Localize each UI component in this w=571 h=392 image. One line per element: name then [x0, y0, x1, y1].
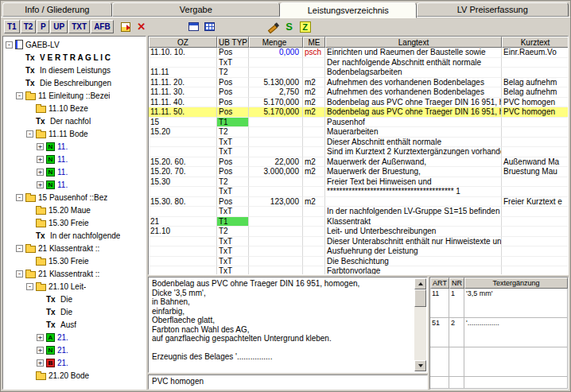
table-row[interactable]: TxTDie Beschichtung	[149, 257, 568, 267]
tree-item[interactable]: TxAusf	[3, 318, 146, 331]
tree-expander[interactable]: -	[16, 194, 23, 201]
table-row[interactable]: 15.20. 70.Pos3.000,000m2Mauerwerk der Br…	[149, 167, 568, 177]
scroll-down-button[interactable]	[414, 360, 426, 371]
tree-item[interactable]: TxDer nachfol	[3, 114, 146, 127]
delete-button[interactable]: ✕	[134, 20, 150, 34]
cell-nr[interactable]	[449, 347, 464, 377]
tree-item[interactable]: -11.11 Bode	[3, 127, 146, 140]
tree-item[interactable]: -21 Klassentrakt ::	[3, 267, 146, 280]
tree-expander[interactable]: -	[16, 245, 23, 252]
column-header-lang[interactable]: Langtext	[325, 37, 502, 48]
tree-item[interactable]: TxIn diesem Leistungs	[3, 64, 146, 76]
paintbrush-button[interactable]	[266, 20, 282, 34]
table-row[interactable]: TxTAusfuehrung der Leistung	[149, 246, 568, 257]
tree-item[interactable]: +B21.	[3, 356, 146, 369]
table-row[interactable]: TxTDer nachfolgende Abschnitt enthält no…	[149, 58, 568, 68]
tab-lv-preiserfassung[interactable]: LV Preiserfassung	[417, 2, 569, 17]
column-header-me[interactable]: ME	[303, 37, 325, 48]
table-row[interactable]: 15.30T2Freier Text bei Hinweisen und	[149, 177, 568, 188]
tree-item[interactable]: 15.30 Freie	[3, 216, 146, 229]
tree-expander[interactable]: -	[16, 92, 23, 99]
tree-expander[interactable]: +	[37, 359, 44, 367]
calculator-button[interactable]	[202, 20, 218, 34]
table-row[interactable]: 21.10T2Leit- und Unterbeschreibungen	[149, 227, 568, 237]
tree-item[interactable]: 21.20 Bode	[3, 369, 146, 382]
tab-leistungsverzeichnis[interactable]: Leistungsverzeichnis	[280, 2, 417, 18]
column-header-kurz[interactable]: Kurztext	[502, 37, 568, 48]
scroll-up-button[interactable]	[414, 278, 426, 289]
table-row[interactable]: 15T1Pausenhof	[149, 118, 568, 128]
tree-expander[interactable]: -	[6, 41, 13, 49]
kurztext-field[interactable]: PVC homogen	[148, 375, 428, 390]
ergaenzung-row[interactable]	[430, 347, 568, 377]
table-row[interactable]: 11.11. 20.Pos5.130,000m2Aufnehmen des vo…	[149, 78, 568, 88]
table-row[interactable]: TxTSind im Kurztext 2 Kurztextergänzunge…	[149, 147, 568, 157]
table-row[interactable]: TxT*************************************…	[149, 187, 568, 197]
cell-art[interactable]: 11	[430, 289, 449, 318]
window-button[interactable]	[186, 20, 202, 34]
z-button[interactable]: Z	[297, 20, 313, 34]
tree-item[interactable]: -21.10 Leit-	[3, 280, 146, 293]
tree-expander[interactable]: +	[37, 334, 44, 341]
detail-scrollbar[interactable]	[414, 278, 426, 371]
table-row[interactable]: TxTIn der nachfolgenden LV-Gruppe S1=15 …	[149, 207, 568, 217]
tree-expander[interactable]: +	[37, 143, 44, 150]
tree-item[interactable]: -21 Klassentrakt ::	[3, 242, 146, 254]
column-header-menge[interactable]: Menge	[249, 37, 303, 48]
tab-vergabe[interactable]: Vergabe	[112, 2, 280, 17]
tree-expander[interactable]: -	[16, 270, 23, 278]
ergaenzung-row[interactable]	[430, 377, 568, 389]
toolbar-button-t2[interactable]: T2	[21, 20, 37, 33]
table-row[interactable]: 11.11. 30.Pos2,750m2Aufnehmen des vorhan…	[149, 87, 568, 98]
tree-item[interactable]: +N11.	[3, 153, 146, 165]
toolbar-button-t1[interactable]: T1	[4, 20, 20, 33]
note-button[interactable]	[118, 20, 134, 34]
tree-item[interactable]: TxDie	[3, 293, 146, 305]
toolbar-button-up[interactable]: UP	[50, 20, 68, 33]
table-row[interactable]: 11.11. 50.Pos5.170,000m2Bodenbelag aus P…	[149, 107, 568, 118]
cell-textergaenzung[interactable]	[464, 377, 568, 389]
cell-textergaenzung[interactable]: '3,5 mm'	[464, 289, 568, 318]
tree-item[interactable]: +N11.	[3, 178, 146, 191]
tree-item[interactable]: 15.20 Maue	[3, 204, 146, 216]
tree-item[interactable]: 15.30 Freie	[3, 254, 146, 267]
toolbar-button-afb[interactable]: AFB	[91, 20, 114, 33]
scrollbar-track[interactable]	[414, 307, 426, 360]
table-row[interactable]: 11.11. 40.Pos5.170,000m2Bodenbelag aus P…	[149, 98, 568, 108]
tree-expander[interactable]: +	[37, 347, 44, 354]
tree-item[interactable]: -11 Einleitung ::Bezei	[3, 89, 146, 102]
table-row[interactable]: 15.20. 60.Pos22,000m2Mauerwerk der Außen…	[149, 157, 568, 168]
tree-item[interactable]: TxDie	[3, 305, 146, 318]
cell-art[interactable]	[430, 347, 449, 377]
table-row[interactable]: TxTDieser Abschnitt enthält normale	[149, 138, 568, 148]
tree-item[interactable]: +N11.	[3, 140, 146, 153]
toolbar-button-txt[interactable]: TXT	[68, 20, 90, 33]
column-header-typ[interactable]: UB TYP	[217, 37, 249, 48]
s-button[interactable]: S	[282, 20, 297, 34]
tree-expander[interactable]: +	[37, 156, 44, 163]
cell-nr[interactable]	[449, 377, 464, 389]
cell-art[interactable]: 51	[430, 318, 449, 347]
tree-expander[interactable]: -	[26, 130, 33, 138]
table-row[interactable]: TxTFarbtonvorlage	[149, 266, 568, 275]
table-row[interactable]: 15.20T2Mauerarbeiten	[149, 127, 568, 138]
tree-item[interactable]: +N21.	[3, 343, 146, 356]
tree-item[interactable]: -15 Pausenhof ::Bez	[3, 191, 146, 204]
cell-textergaenzung[interactable]	[464, 347, 568, 377]
tree-item[interactable]: +A21.	[3, 331, 146, 343]
table-row[interactable]: 15.30. 80.Pos123,000m2Freier Kurztext e	[149, 197, 568, 208]
ergaenzung-row[interactable]: 111'3,5 mm'	[430, 289, 568, 318]
scrollbar-thumb[interactable]	[414, 289, 426, 307]
table-row[interactable]: 11.11T2Bodenbelagsarbeiten	[149, 68, 568, 78]
langtext-editor[interactable]: Bodenbelag aus PVC ohne Traeger DIN 16 9…	[148, 277, 428, 373]
tree-expander[interactable]: -	[26, 283, 33, 290]
cell-nr[interactable]: 2	[449, 318, 464, 347]
tree-expander[interactable]: +	[37, 169, 44, 176]
table-row[interactable]: TxTDieser Unterabschnitt enthält nur Hin…	[149, 237, 568, 247]
table-row[interactable]: 21T1Klassentrakt	[149, 217, 568, 227]
tree-item[interactable]: TxIn der nachfolgende	[3, 229, 146, 242]
cell-art[interactable]	[430, 377, 449, 389]
tab-info-gliederung[interactable]: Info / Gliederung	[2, 2, 112, 17]
cell-textergaenzung[interactable]: '................	[464, 318, 568, 347]
tree-item[interactable]: 11.10 Beze	[3, 102, 146, 114]
